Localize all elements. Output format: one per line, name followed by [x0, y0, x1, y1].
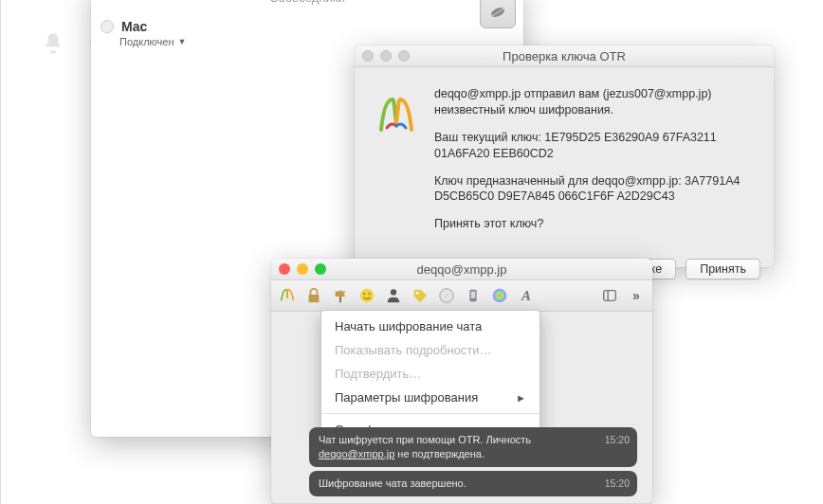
menu-start-encryption[interactable]: Начать шифрование чата [321, 315, 540, 338]
svg-point-9 [369, 293, 371, 295]
svg-point-7 [360, 289, 374, 302]
menu-show-details: Показывать подробности… [321, 338, 540, 362]
sidebar-toggle-icon[interactable] [601, 287, 618, 304]
otr-line-4: Принять этот ключ? [434, 216, 755, 232]
traffic-close-icon[interactable] [279, 263, 290, 275]
encryption-menu: Начать шифрование чата Показывать подроб… [320, 310, 540, 446]
accept-button[interactable]: Принять [686, 259, 760, 279]
traffic-close-icon[interactable] [362, 50, 374, 62]
msg-text-prefix: Чат шифруется при помощи OTR. Личность [319, 434, 531, 445]
menu-separator [321, 413, 540, 414]
device-icon[interactable] [465, 287, 482, 304]
chevron-down-icon: ▼ [178, 37, 187, 46]
menu-verify: Подтвердить… [321, 362, 540, 386]
chat-log: Чат шифруется при помощи OTR. Личность d… [309, 427, 637, 496]
chat-toolbar: A » [271, 280, 652, 312]
contact-status-text: Подключен [119, 36, 174, 47]
svg-rect-4 [309, 295, 320, 302]
traffic-zoom-icon[interactable] [315, 263, 326, 275]
svg-point-12 [416, 292, 419, 295]
overflow-icon[interactable]: » [628, 287, 645, 304]
traffic-zoom-icon[interactable] [398, 50, 410, 62]
svg-marker-6 [336, 292, 346, 297]
lock-icon[interactable] [305, 287, 322, 304]
contact-name: Mac [121, 19, 147, 34]
svg-point-10 [391, 289, 396, 295]
person-icon[interactable] [385, 287, 402, 304]
otr-line-3: Ключ предназначенный для deqqo@xmpp.jp: … [434, 173, 755, 206]
system-message: Шифрование чата завершено. 15:20 [309, 471, 637, 496]
chevron-right-icon: ► [516, 392, 526, 404]
msg-contact-link[interactable]: deqqo@xmpp.jp [319, 448, 394, 459]
otr-dialog-message: deqqo@xmpp.jp отправил вам (jezus007@xmp… [434, 86, 755, 243]
otr-dialog-title: Проверка ключа OTR [503, 49, 626, 63]
status-indicator-icon [101, 20, 114, 33]
msg-text: Шифрование чата завершено. [319, 477, 466, 489]
traffic-min-icon[interactable] [297, 263, 308, 275]
msg-text-suffix: не подтверждена. [394, 448, 485, 459]
otr-line-2: Ваш текущий ключ: 1E795D25 E36290A9 67FA… [434, 130, 755, 162]
app-logo-icon [374, 86, 419, 243]
chat-window: deqqo@xmpp.jp A [271, 259, 652, 504]
msg-timestamp: 15:20 [605, 477, 630, 490]
otr-dialog: Проверка ключа OTR deqqo@xmpp.jp отправи… [355, 45, 774, 267]
otr-dialog-titlebar: Проверка ключа OTR [355, 45, 774, 67]
chat-titlebar: deqqo@xmpp.jp [271, 259, 652, 280]
svg-point-8 [363, 293, 365, 295]
sign-icon[interactable] [332, 287, 349, 304]
pref-icon-bell[interactable] [41, 31, 65, 56]
svg-point-13 [440, 289, 453, 302]
contacts-header: Собеседники [91, 0, 523, 11]
svg-point-17 [493, 289, 506, 302]
font-icon[interactable]: A [518, 287, 535, 304]
chat-title: deqqo@xmpp.jp [417, 262, 507, 277]
otr-line-1: deqqo@xmpp.jp отправил вам (jezus007@xmp… [434, 86, 755, 118]
smiley-icon[interactable] [358, 287, 375, 304]
tag-icon[interactable] [412, 287, 429, 304]
system-message: Чат шифруется при помощи OTR. Личность d… [309, 427, 637, 467]
compose-button[interactable] [480, 0, 516, 28]
msg-timestamp: 15:20 [605, 433, 630, 446]
menu-encryption-options[interactable]: Параметры шифрования ► [321, 386, 540, 409]
bird-logo-icon[interactable] [279, 287, 296, 304]
contact-row[interactable]: Mac [91, 17, 523, 36]
safari-icon[interactable] [438, 287, 455, 304]
svg-rect-16 [471, 292, 476, 298]
svg-marker-11 [414, 290, 428, 303]
traffic-min-icon[interactable] [380, 50, 392, 62]
color-icon[interactable] [491, 287, 508, 304]
svg-rect-18 [604, 291, 616, 301]
